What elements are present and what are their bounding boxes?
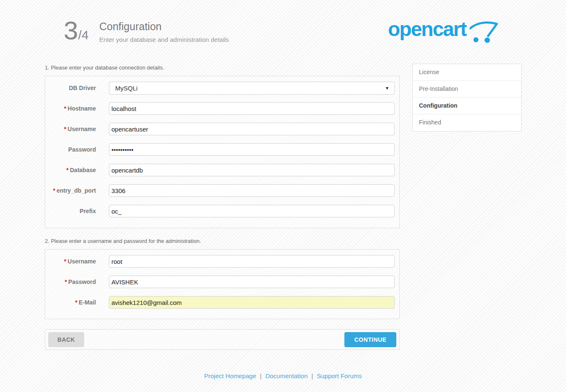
form-row-db-port: *entry_db_port	[45, 184, 399, 197]
page-subtitle: Enter your database and administration d…	[99, 36, 229, 43]
field-label-text: Username	[67, 258, 96, 265]
form-row-db-hostname: *Hostname	[45, 102, 399, 115]
admin-password-label: *Password	[45, 279, 96, 285]
required-marker: *	[65, 279, 67, 285]
continue-button[interactable]: CONTINUE	[344, 332, 396, 347]
required-marker: *	[53, 187, 55, 194]
form-row-db-database: *Database	[45, 164, 399, 176]
field-label-text: Hostname	[67, 105, 96, 112]
form-row-admin-password: *Password	[45, 276, 399, 288]
back-button[interactable]: BACK	[48, 332, 84, 347]
documentation-link[interactable]: Documentation	[265, 372, 308, 379]
chevron-down-icon: ▼	[385, 86, 389, 90]
required-marker: *	[75, 299, 77, 306]
admin-password-input[interactable]	[109, 276, 395, 288]
opencart-logo: opencart	[388, 18, 498, 43]
db-panel: DB Driver MySQLi ▼ *Hostname *Username P…	[45, 76, 400, 228]
db-hostname-input[interactable]	[109, 102, 395, 115]
form-row-db-prefix: Prefix	[45, 205, 399, 217]
support-forums-link[interactable]: Support Forums	[317, 372, 362, 379]
db-username-input[interactable]	[109, 123, 395, 135]
header-titles: Configuration Enter your database and ad…	[99, 21, 229, 43]
db-port-input[interactable]	[109, 184, 395, 197]
admin-username-input[interactable]	[109, 255, 395, 268]
field-label-text: E-Mail	[79, 299, 96, 306]
db-driver-label: DB Driver	[45, 85, 96, 91]
field-label-text: Database	[70, 167, 96, 173]
admin-section-heading: 2. Please enter a username and password …	[45, 238, 201, 244]
db-password-label: Password	[45, 146, 96, 153]
footer-separator: |	[260, 372, 261, 379]
admin-email-label: *E-Mail	[45, 299, 96, 306]
field-label-text: Password	[68, 279, 96, 285]
admin-email-input[interactable]	[109, 296, 395, 309]
db-port-label: *entry_db_port	[45, 187, 96, 194]
sidebar-item-configuration: Configuration	[413, 98, 521, 114]
step-total: /4	[78, 28, 88, 42]
db-database-label: *Database	[45, 167, 96, 173]
db-database-input[interactable]	[109, 164, 395, 176]
db-username-label: *Username	[45, 126, 96, 132]
install-steps-sidebar: License Pre-Installation Configuration F…	[412, 64, 522, 132]
required-marker: *	[64, 105, 66, 112]
admin-panel: *Username *Password *E-Mail	[45, 249, 400, 319]
required-marker: *	[64, 126, 66, 132]
field-label-text: Password	[68, 146, 96, 153]
cart-icon	[470, 21, 498, 43]
db-password-input[interactable]	[109, 143, 395, 156]
page-title: Configuration	[99, 21, 229, 33]
db-hostname-label: *Hostname	[45, 105, 96, 112]
field-label-text: DB Driver	[69, 85, 96, 91]
required-marker: *	[66, 167, 68, 173]
form-row-db-password: Password	[45, 143, 399, 156]
field-label-text: entry_db_port	[57, 187, 96, 194]
form-row-admin-username: *Username	[45, 255, 399, 268]
project-homepage-link[interactable]: Project Homepage	[204, 372, 256, 379]
sidebar-item-finished: Finished	[413, 114, 521, 131]
opencart-logo-text: opencart	[388, 18, 466, 40]
action-bar: BACK CONTINUE	[45, 329, 400, 350]
form-row-db-username: *Username	[45, 123, 399, 135]
db-driver-selected-value: MySQLi	[109, 85, 137, 92]
field-label-text: Username	[67, 126, 96, 132]
db-prefix-label: Prefix	[45, 208, 96, 214]
install-page: 3/4 Configuration Enter your database an…	[0, 0, 566, 392]
step-indicator: 3/4	[64, 18, 89, 44]
form-row-db-driver: DB Driver MySQLi ▼	[45, 82, 399, 94]
sidebar-item-pre-installation: Pre-Installation	[413, 81, 521, 98]
footer: Project Homepage|Documentation|Support F…	[0, 372, 566, 379]
field-label-text: Prefix	[80, 208, 96, 214]
db-section-heading: 1. Please enter your database connection…	[45, 64, 164, 71]
required-marker: *	[64, 258, 66, 265]
admin-username-label: *Username	[45, 258, 96, 265]
form-row-admin-email: *E-Mail	[45, 296, 399, 309]
sidebar-item-license: License	[413, 64, 521, 81]
db-prefix-input[interactable]	[109, 205, 395, 217]
footer-separator: |	[311, 372, 313, 379]
step-number: 3	[64, 18, 78, 44]
db-driver-select[interactable]: MySQLi ▼	[109, 82, 395, 95]
